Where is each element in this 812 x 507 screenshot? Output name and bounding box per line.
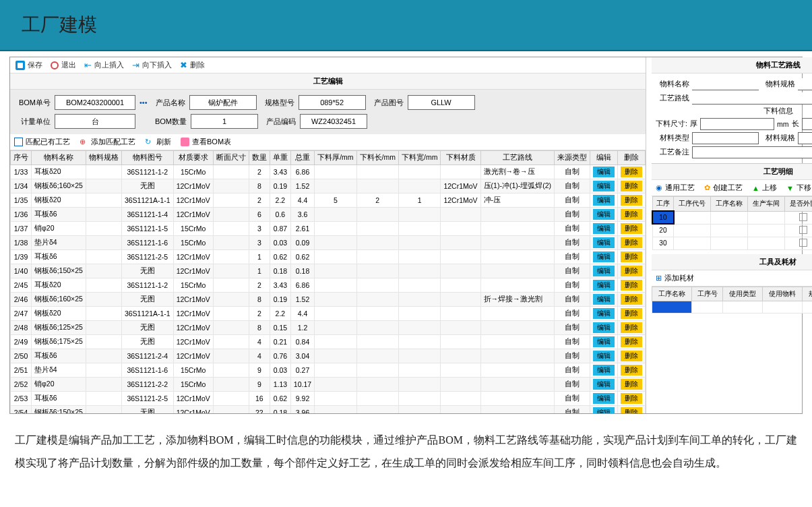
table-row[interactable]: 2/54钢板δ6;150×25无图12Cr1MoV220.183.96自制编辑删… (11, 406, 646, 414)
grid-header[interactable]: 总重 (290, 151, 314, 165)
delete-row-button[interactable]: 删除 (621, 308, 642, 319)
unit-input[interactable] (55, 114, 135, 129)
table-row[interactable]: 2/51垫片δ436S1121-1-615CrMo90.030.27自制编辑删除 (11, 363, 646, 378)
delete-row-button[interactable]: 删除 (621, 336, 642, 347)
add-consumable-button[interactable]: ⊞添加耗材 (656, 273, 694, 283)
delete-row-button[interactable]: 删除 (621, 365, 642, 376)
grid-header[interactable]: 来源类型 (555, 151, 590, 165)
edit-row-button[interactable]: 编辑 (593, 407, 615, 413)
checkbox[interactable] (799, 239, 807, 247)
grid-header[interactable]: 使用物料 (762, 287, 802, 301)
delete-row-button[interactable]: 删除 (621, 393, 642, 404)
add-match-button[interactable]: ⊕添加匹配工艺 (80, 137, 135, 147)
delete-row-button[interactable]: 删除 (621, 294, 642, 305)
edit-row-button[interactable]: 编辑 (593, 181, 615, 191)
len-input[interactable] (802, 118, 812, 130)
delete-row-button[interactable]: 删除 (621, 322, 642, 333)
edit-row-button[interactable]: 编辑 (593, 336, 615, 347)
prod-name-input[interactable] (189, 95, 257, 110)
grid-header[interactable]: 序号 (11, 151, 32, 165)
table-row[interactable]: 2/48钢板δ6;125×25无图12Cr1MoV80.151.2自制编辑删除 (11, 321, 646, 335)
table-row[interactable]: 1/35钢板δ2036S1121A-1-112Cr1MoV22.24.45211… (11, 193, 646, 208)
delete-row-button[interactable]: 删除 (621, 209, 642, 220)
move-up-button[interactable]: ▲上移 (752, 183, 777, 193)
grid-header[interactable]: 下料厚/mm (315, 151, 356, 165)
bom-grid-scroll[interactable]: 序号物料名称物料规格物料图号材质要求断面尺寸数里单重总重下料厚/mm下料长/mm… (10, 150, 646, 413)
table-row[interactable]: 1/33耳板δ2036S1121-1-215CrMo23.436.86激光割→卷… (11, 165, 646, 179)
route-input[interactable] (692, 92, 812, 105)
bom-no-input[interactable] (55, 95, 135, 110)
grid-header[interactable]: 下料长/mm (356, 151, 398, 165)
grid-header[interactable]: 使用类型 (723, 287, 763, 301)
delete-row-button[interactable]: 删除 (621, 223, 642, 234)
grid-header[interactable]: 下料材质 (441, 151, 480, 165)
edit-row-button[interactable]: 编辑 (593, 393, 615, 404)
edit-row-button[interactable]: 编辑 (593, 167, 615, 177)
delete-row-button[interactable]: 删除 (621, 237, 642, 248)
grid-header[interactable]: 断面尺寸 (213, 151, 249, 165)
spec-input[interactable] (299, 95, 366, 110)
delete-row-button[interactable]: 删除 (621, 351, 642, 361)
grid-header[interactable]: 规格型号 (802, 287, 812, 301)
grid-header[interactable]: 工序号 (691, 287, 722, 301)
delete-row-button[interactable]: 删除 (621, 407, 642, 413)
create-process-button[interactable]: ✿创建工艺 (704, 183, 743, 193)
delete-row-button[interactable]: 删除 (621, 280, 642, 291)
delete-row-button[interactable]: 删除 (621, 181, 642, 191)
delete-row-button[interactable]: 删除 (621, 379, 642, 390)
grid-header[interactable]: 下料宽/mm (398, 151, 440, 165)
table-row[interactable]: 1/39耳板δ636S1121-2-512Cr1MoV10.620.62自制编辑… (11, 250, 646, 264)
delete-row-button[interactable]: 删除 (621, 266, 642, 276)
edit-row-button[interactable]: 编辑 (593, 379, 615, 390)
bom-qty-input[interactable] (191, 114, 258, 129)
mat-spec-input[interactable] (798, 78, 812, 90)
table-row[interactable]: 2/47钢板δ2036S1121A-1-112Cr1MoV22.24.4自制编辑… (11, 307, 646, 321)
match-process-button[interactable]: 匹配已有工艺 (14, 137, 70, 147)
grid-header[interactable]: 工序 (652, 197, 674, 212)
grid-header[interactable]: 删除 (618, 151, 646, 165)
table-row[interactable]: 20 (652, 224, 812, 237)
delete-row-button[interactable]: 删除 (621, 251, 642, 262)
table-row[interactable]: 30 (652, 237, 812, 249)
grid-header[interactable]: 数里 (249, 151, 270, 165)
edit-row-button[interactable]: 编辑 (593, 237, 615, 248)
exit-button[interactable]: 退出 (51, 60, 76, 70)
grid-header[interactable]: 工序名称 (711, 197, 748, 212)
insert-down-button[interactable]: ⇥向下插入 (132, 60, 172, 70)
table-row[interactable]: 10 (652, 211, 812, 224)
grid-header[interactable]: 单重 (270, 151, 290, 165)
edit-row-button[interactable]: 编辑 (593, 308, 615, 319)
delete-row-button[interactable]: 删除 (621, 167, 642, 177)
grid-header[interactable]: 物料图号 (121, 151, 173, 165)
grid-header[interactable]: 物料规格 (86, 151, 121, 165)
table-row[interactable]: 2/52销φ2036S1121-2-215CrMo91.1310.17自制编辑删… (11, 378, 646, 392)
prod-code-input[interactable] (300, 114, 367, 129)
thick-input[interactable] (700, 118, 774, 130)
table-row[interactable] (652, 301, 812, 313)
table-row[interactable]: 1/36耳板δ636S1121-1-412Cr1MoV60.63.6自制编辑删除 (11, 208, 646, 222)
edit-row-button[interactable]: 编辑 (593, 294, 615, 305)
view-bom-button[interactable]: 查看BOM表 (181, 137, 231, 147)
checkbox[interactable] (799, 213, 807, 221)
edit-row-button[interactable]: 编辑 (593, 209, 615, 220)
grid-header[interactable]: 物料名称 (32, 151, 86, 165)
table-row[interactable]: 1/40钢板δ6;150×25无图12Cr1MoV10.180.18自制编辑删除 (11, 264, 646, 278)
table-row[interactable]: 2/53耳板δ636S1121-2-512Cr1MoV160.629.92自制编… (11, 392, 646, 406)
move-down-button[interactable]: ▼下移 (786, 183, 811, 193)
grid-header[interactable]: 工艺路线 (480, 151, 555, 165)
edit-row-button[interactable]: 编辑 (593, 351, 615, 361)
table-row[interactable]: 1/34钢板δ6;160×25无图12Cr1MoV80.191.5212Cr1M… (11, 179, 646, 193)
grid-header[interactable]: 工序代号 (674, 197, 711, 212)
table-row[interactable]: 2/50耳板δ636S1121-2-412Cr1MoV40.763.04自制编辑… (11, 349, 646, 363)
matspec-input[interactable] (798, 132, 812, 144)
grid-header[interactable]: 编辑 (590, 151, 618, 165)
edit-row-button[interactable]: 编辑 (593, 223, 615, 234)
delete-row-button[interactable]: 删除 (621, 195, 642, 206)
grid-header[interactable]: 生产车间 (748, 197, 785, 212)
common-process-button[interactable]: ◉通用工艺 (656, 183, 695, 193)
edit-row-button[interactable]: 编辑 (593, 365, 615, 376)
grid-header[interactable]: 工序名称 (652, 287, 692, 301)
mat-name-input[interactable] (692, 78, 759, 90)
edit-row-button[interactable]: 编辑 (593, 322, 615, 333)
refresh-button[interactable]: ↻刷新 (145, 137, 171, 147)
